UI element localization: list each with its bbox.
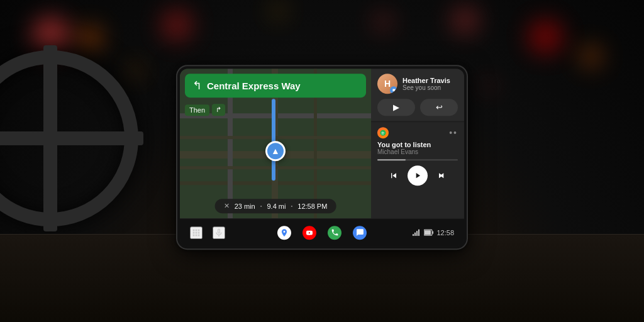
- youtube-app-icon: [303, 226, 316, 240]
- svg-rect-4: [418, 230, 419, 236]
- screen-main-content: ↰ Central Express Way Then ↱ ▲ ✕: [180, 69, 464, 218]
- eta-arrival-time: 12:58 PM: [297, 203, 327, 210]
- message-reply-button[interactable]: ↩: [420, 99, 458, 116]
- eta-minutes: 23 min: [235, 203, 255, 210]
- youtube-icon-svg: [306, 229, 313, 236]
- messages-app-button[interactable]: [353, 226, 367, 240]
- bottom-right-status: 12:58: [413, 229, 454, 236]
- svg-rect-3: [416, 231, 418, 236]
- music-progress-bar[interactable]: [377, 159, 458, 160]
- pin-arrow-icon: ▲: [271, 146, 280, 156]
- music-service-icon: [377, 127, 389, 138]
- message-badge-icon: [392, 88, 396, 92]
- music-info: You got to listen Michael Evans: [377, 141, 458, 155]
- location-pin: ▲: [265, 141, 286, 161]
- microphone-icon: [214, 228, 224, 238]
- spotify-icon: [380, 130, 386, 136]
- next-track-button[interactable]: [436, 170, 447, 180]
- avatar-badge: [390, 86, 397, 94]
- map-road-light2: [180, 166, 371, 169]
- message-header: H Heather Travis See you soon: [377, 74, 458, 94]
- status-time: 12:58: [436, 229, 454, 236]
- avatar: H: [377, 74, 397, 94]
- svg-rect-6: [433, 231, 434, 234]
- music-controls: [377, 165, 458, 186]
- apps-grid-button[interactable]: [190, 226, 203, 239]
- phone-app-button[interactable]: [328, 226, 341, 240]
- music-artist: Michael Evans: [377, 148, 458, 155]
- android-auto-screen: ↰ Central Express Way Then ↱ ▲ ✕: [180, 69, 464, 246]
- music-play-button[interactable]: [408, 165, 428, 186]
- eta-distance: 9.4 mi: [267, 203, 286, 210]
- music-header: ••: [377, 127, 458, 138]
- svg-rect-1: [413, 234, 414, 236]
- map-area[interactable]: ↰ Central Express Way Then ↱ ▲ ✕: [180, 69, 371, 218]
- microphone-button[interactable]: [213, 226, 225, 239]
- music-title: You got to listen: [377, 141, 458, 148]
- phone-icon-svg: [331, 228, 339, 236]
- pin-circle: ▲: [265, 141, 286, 161]
- maps-icon-svg: [280, 228, 289, 237]
- avatar-letter: H: [384, 79, 391, 89]
- music-progress-fill: [377, 159, 406, 160]
- messages-app-icon: [353, 226, 367, 240]
- right-panel: H Heather Travis See you soon: [371, 69, 464, 218]
- bottom-left-controls: [190, 226, 225, 239]
- battery-icon: [424, 229, 434, 236]
- messages-icon-svg: [356, 228, 364, 236]
- navigation-header: ↰ Central Express Way: [185, 74, 366, 97]
- previous-track-button[interactable]: [389, 170, 399, 180]
- eta-dot2: •: [291, 203, 292, 209]
- street-name: Central Express Way: [207, 80, 301, 91]
- then-arrow-icon: ↱: [212, 104, 225, 116]
- screen-bezel: ↰ Central Express Way Then ↱ ▲ ✕: [177, 66, 467, 248]
- eta-dot1: •: [260, 203, 262, 209]
- phone-app-icon: [328, 226, 341, 240]
- sender-name: Heather Travis: [402, 77, 458, 84]
- skip-previous-icon: [389, 170, 399, 180]
- map-road-light1: [180, 136, 371, 139]
- message-preview: See you soon: [402, 84, 458, 91]
- reply-icon: ↩: [436, 103, 443, 112]
- message-card: H Heather Travis See you soon: [371, 69, 464, 121]
- nav-then-indicator: Then ↱: [185, 104, 225, 116]
- turn-arrow-icon: ↰: [192, 79, 202, 92]
- message-actions: ▶ ↩: [377, 97, 458, 116]
- message-play-button[interactable]: ▶: [377, 99, 415, 116]
- svg-rect-2: [414, 233, 416, 236]
- route-line: [272, 99, 275, 181]
- maps-app-button[interactable]: [277, 226, 291, 240]
- bottom-bar: 12:58: [180, 218, 464, 246]
- svg-point-0: [380, 130, 386, 136]
- svg-rect-7: [425, 230, 431, 235]
- then-label: Then: [185, 104, 209, 116]
- skip-next-icon: [436, 170, 447, 180]
- play-icon: ▶: [393, 103, 399, 112]
- eta-close-icon[interactable]: ✕: [224, 202, 230, 210]
- youtube-app-button[interactable]: [303, 226, 316, 240]
- maps-app-icon: [277, 226, 291, 240]
- apps-grid-icon: [191, 228, 201, 238]
- music-play-icon: [413, 171, 422, 180]
- message-info: Heather Travis See you soon: [402, 77, 458, 91]
- signal-strength-icon: [413, 229, 421, 236]
- music-dots-icon: ••: [449, 128, 458, 138]
- eta-bar: ✕ 23 min • 9.4 mi • 12:58 PM: [215, 199, 336, 213]
- music-card: •• You got to listen Michael Evans: [371, 122, 464, 218]
- bottom-app-icons: [277, 226, 367, 240]
